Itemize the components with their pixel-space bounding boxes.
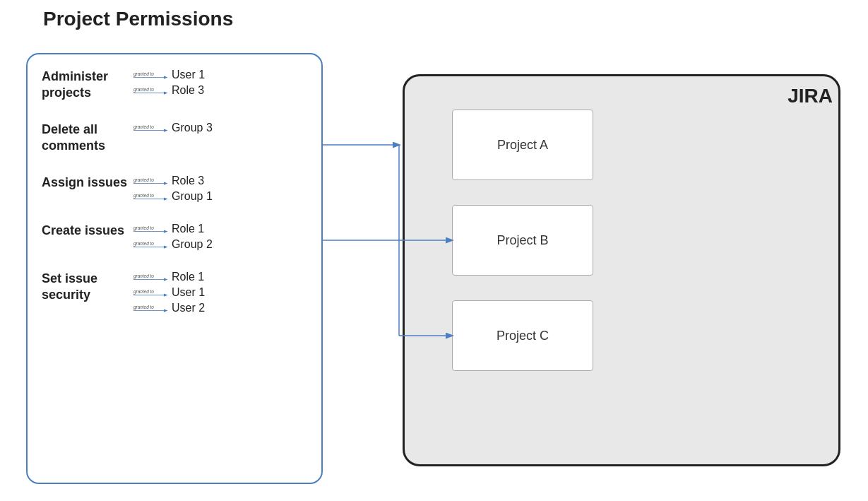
grant-item: granted to User 1: [133, 69, 307, 81]
svg-text:granted to: granted to: [133, 240, 154, 246]
project-c-box: Project C: [452, 300, 593, 371]
grant-target: Group 2: [172, 238, 213, 251]
grant-item: granted to Role 1: [133, 223, 307, 235]
svg-marker-26: [164, 293, 168, 296]
svg-text:granted to: granted to: [133, 225, 154, 230]
grant-target: Role 3: [172, 175, 204, 187]
svg-marker-2: [164, 76, 168, 78]
project-a-box: Project A: [452, 110, 593, 180]
grant-target: User 1: [172, 69, 205, 81]
permission-row: Administer projects granted to User 1 gr…: [42, 69, 307, 102]
svg-marker-5: [164, 91, 168, 94]
svg-text:granted to: granted to: [133, 177, 154, 182]
grant-target: User 1: [172, 286, 205, 299]
svg-marker-23: [164, 278, 168, 281]
grant-item: granted to User 1: [133, 286, 307, 299]
svg-text:granted to: granted to: [133, 304, 154, 310]
project-b-box: Project B: [452, 205, 593, 276]
permission-row: Assign issues granted to Role 3 granted …: [42, 175, 307, 203]
svg-text:granted to: granted to: [133, 71, 154, 77]
svg-marker-17: [164, 230, 168, 232]
svg-marker-20: [164, 245, 168, 248]
jira-label: JIRA: [787, 85, 833, 107]
permission-name: Create issues: [42, 223, 133, 239]
svg-marker-11: [164, 182, 168, 184]
granted-to-arrow: granted to: [133, 176, 169, 186]
granted-to-arrow: granted to: [133, 191, 169, 201]
svg-text:granted to: granted to: [133, 87, 154, 93]
svg-marker-29: [164, 309, 168, 312]
grant-item: granted to Role 3: [133, 84, 307, 97]
svg-text:granted to: granted to: [133, 192, 154, 198]
permissions-box: Administer projects granted to User 1 gr…: [26, 53, 323, 484]
permission-name: Assign issues: [42, 175, 133, 191]
svg-text:granted to: granted to: [133, 124, 154, 129]
grant-item: granted to User 2: [133, 302, 307, 314]
permission-row: Create issues granted to Role 1 granted …: [42, 223, 307, 251]
grant-target: Role 3: [172, 84, 204, 97]
grant-item: granted to Group 2: [133, 238, 307, 251]
granted-to-arrow: granted to: [133, 86, 169, 95]
permission-name: Set issue security: [42, 271, 133, 304]
grant-target: Group 3: [172, 122, 213, 134]
svg-marker-14: [164, 197, 168, 200]
grant-target: Group 1: [172, 190, 213, 203]
grant-item: granted to Role 1: [133, 271, 307, 283]
granted-to-arrow: granted to: [133, 272, 169, 282]
permission-row: Set issue security granted to Role 1 gra…: [42, 271, 307, 314]
svg-text:granted to: granted to: [133, 288, 154, 294]
granted-to-arrow: granted to: [133, 123, 169, 133]
svg-marker-8: [164, 129, 168, 131]
granted-to-arrow: granted to: [133, 303, 169, 313]
permission-name: Delete all comments: [42, 122, 133, 155]
permission-row: Delete all comments granted to Group 3: [42, 122, 307, 155]
grant-target: Role 1: [172, 271, 204, 283]
granted-to-arrow: granted to: [133, 240, 169, 249]
granted-to-arrow: granted to: [133, 70, 169, 80]
permission-name: Administer projects: [42, 69, 133, 102]
svg-text:granted to: granted to: [133, 273, 154, 278]
granted-to-arrow: granted to: [133, 224, 169, 234]
grant-item: granted to Group 3: [133, 122, 307, 134]
page-title: Project Permissions: [43, 8, 233, 30]
grant-item: granted to Group 1: [133, 190, 307, 203]
grant-target: Role 1: [172, 223, 204, 235]
granted-to-arrow: granted to: [133, 288, 169, 297]
grant-item: granted to Role 3: [133, 175, 307, 187]
grant-target: User 2: [172, 302, 205, 314]
